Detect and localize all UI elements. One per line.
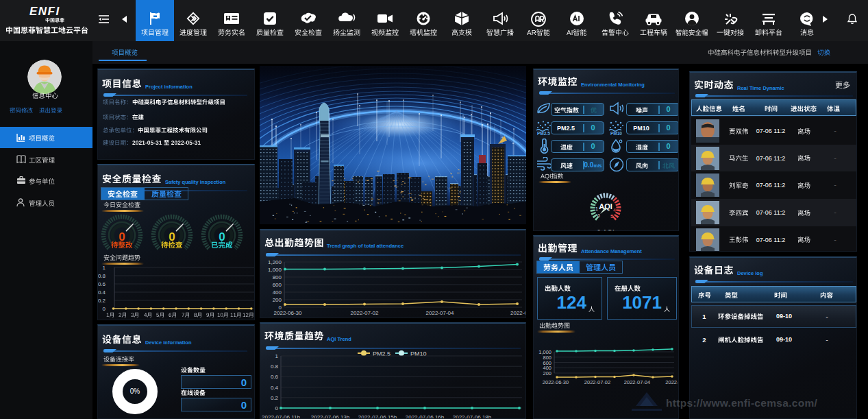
svg-text:1: 1: [103, 265, 106, 271]
svg-text:4: 4: [613, 208, 616, 213]
svg-text:0: 0: [597, 213, 600, 218]
svg-text:2022-06-30: 2022-06-30: [543, 379, 569, 385]
svg-text:0.8: 0.8: [271, 363, 279, 370]
svg-text:200: 200: [543, 370, 551, 376]
svg-text:2022-06-30: 2022-06-30: [274, 310, 302, 316]
svg-text:200: 200: [273, 297, 282, 303]
svg-text:0.2: 0.2: [271, 395, 279, 401]
svg-text:0: 0: [103, 306, 106, 312]
svg-text:5: 5: [610, 213, 614, 219]
svg-text:2022-07-: 2022-07-: [510, 310, 526, 316]
svg-text:PM2.5: PM2.5: [537, 131, 550, 136]
svg-text:PM10: PM10: [610, 131, 622, 136]
svg-text:0.6: 0.6: [271, 374, 279, 380]
svg-text:1: 1: [275, 353, 279, 359]
svg-text:2022-07-04: 2022-07-04: [426, 310, 454, 316]
svg-text:2022-07-06 18h: 2022-07-06 18h: [453, 414, 492, 419]
svg-text:2022-07-06 11h: 2022-07-06 11h: [262, 414, 300, 419]
svg-text:0.4: 0.4: [98, 289, 106, 296]
svg-text:2022-07-04: 2022-07-04: [624, 379, 650, 385]
svg-text:1,200: 1,200: [268, 259, 282, 265]
svg-text:1: 1: [595, 206, 598, 211]
svg-text:0.6: 0.6: [98, 281, 106, 287]
svg-text:0.2: 0.2: [98, 298, 106, 304]
svg-text:1,000: 1,000: [268, 267, 282, 273]
svg-text:2022-0: 2022-0: [665, 379, 679, 385]
svg-text:0.4: 0.4: [271, 385, 279, 391]
svg-text:0.8: 0.8: [98, 273, 106, 279]
svg-text:2022-07-06 16h: 2022-07-06 16h: [406, 414, 445, 419]
svg-text:2022-07-02: 2022-07-02: [584, 379, 610, 385]
svg-text:2022-07-02: 2022-07-02: [351, 310, 379, 316]
svg-text:2022-07-06 13h: 2022-07-06 13h: [311, 414, 350, 419]
svg-text:2022-07-06 15h: 2022-07-06 15h: [358, 414, 397, 419]
svg-text:0: 0: [275, 405, 279, 411]
svg-text:600: 600: [273, 282, 282, 288]
svg-text:400: 400: [273, 289, 282, 296]
svg-text:800: 800: [273, 274, 282, 280]
